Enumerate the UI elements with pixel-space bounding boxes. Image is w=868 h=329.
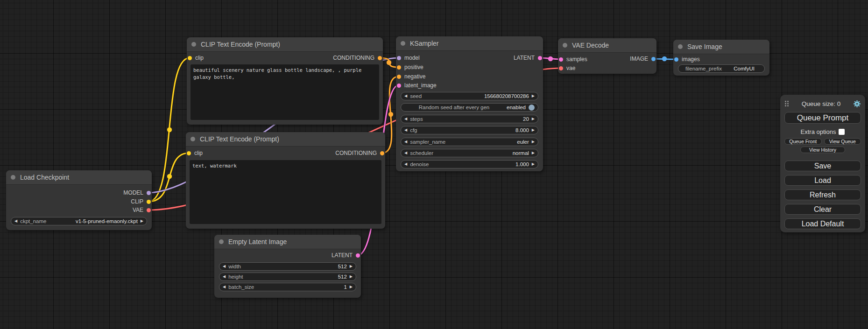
stepper-left-icon[interactable]: ◀ — [404, 149, 407, 157]
widget-batch_size[interactable]: ◀batch_size1▶ — [219, 283, 356, 291]
input-port-vae[interactable]: vae — [558, 64, 575, 72]
toggle-icon[interactable] — [529, 105, 535, 111]
input-port-clip[interactable]: clip — [187, 54, 204, 62]
prompt-textarea[interactable]: text, watermark — [190, 160, 381, 224]
node-title[interactable]: Empty Latent Image — [214, 235, 361, 249]
input-dot-images[interactable] — [674, 57, 678, 62]
load-button[interactable]: Load — [784, 175, 861, 186]
widget-denoise[interactable]: ◀denoise1.000▶ — [401, 160, 538, 168]
input-port-images[interactable]: images — [673, 55, 700, 63]
stepper-left-icon[interactable]: ◀ — [404, 92, 407, 100]
node-ksampler[interactable]: KSamplermodelpositivenegativelatent_imag… — [396, 36, 543, 171]
output-port-LATENT[interactable]: LATENT — [332, 251, 361, 259]
node-graph-canvas[interactable]: Load CheckpointMODELCLIPVAE◀ckpt_namev1-… — [0, 0, 868, 329]
widget-steps[interactable]: ◀steps20▶ — [401, 115, 538, 123]
output-port-LATENT[interactable]: LATENT — [514, 54, 543, 62]
gear-icon[interactable] — [853, 100, 861, 108]
input-dot-clip[interactable] — [188, 56, 192, 60]
stepper-right-icon[interactable]: ▶ — [350, 273, 353, 281]
collapse-dot-icon[interactable] — [219, 239, 224, 244]
output-dot-CLIP[interactable] — [147, 200, 151, 204]
collapse-dot-icon[interactable] — [401, 41, 405, 46]
view-queue-button[interactable]: View Queue — [824, 138, 861, 145]
input-dot-clip[interactable] — [187, 151, 191, 155]
stepper-left-icon[interactable]: ◀ — [223, 273, 226, 281]
output-dot-MODEL[interactable] — [147, 191, 151, 195]
output-port-VAE[interactable]: VAE — [133, 206, 152, 214]
prompt-textarea[interactable]: beautiful scenery nature glass bottle la… — [191, 64, 379, 120]
input-port-model[interactable]: model — [396, 54, 420, 62]
stepper-left-icon[interactable]: ◀ — [404, 126, 407, 134]
drag-handle-icon[interactable] — [784, 100, 789, 107]
input-port-samples[interactable]: samples — [558, 55, 587, 63]
widget-Random seed after every gen[interactable]: Random seed after every genenabled — [401, 103, 538, 112]
input-port-positive[interactable]: positive — [396, 63, 423, 71]
node-save_image[interactable]: Save Imageimagesfilename_prefixComfyUI — [673, 40, 769, 76]
output-dot-CONDITIONING[interactable] — [378, 56, 382, 60]
widget-width[interactable]: ◀width512▶ — [219, 262, 356, 271]
load-default-button[interactable]: Load Default — [784, 218, 861, 229]
output-port-MODEL[interactable]: MODEL — [123, 189, 152, 197]
widget-seed[interactable]: ◀seed156680208700286▶ — [401, 92, 538, 100]
input-dot-samples[interactable] — [559, 57, 563, 62]
input-dot-negative[interactable] — [397, 75, 401, 79]
refresh-button[interactable]: Refresh — [784, 189, 861, 200]
save-button[interactable]: Save — [784, 161, 861, 171]
collapse-dot-icon[interactable] — [191, 137, 195, 141]
link-midpoint-dot[interactable] — [167, 174, 172, 179]
node-title[interactable]: KSampler — [396, 36, 543, 51]
node-title[interactable]: Save Image — [673, 40, 769, 54]
output-port-IMAGE[interactable]: IMAGE — [630, 55, 656, 63]
stepper-right-icon[interactable]: ▶ — [532, 115, 535, 123]
output-dot-IMAGE[interactable] — [651, 57, 656, 61]
link-midpoint-dot[interactable] — [387, 60, 391, 65]
node-clip1[interactable]: CLIP Text Encode (Prompt)clipCONDITIONIN… — [187, 37, 383, 125]
widget-cfg[interactable]: ◀cfg8.000▶ — [401, 126, 538, 134]
output-dot-LATENT[interactable] — [356, 253, 360, 258]
node-title[interactable]: CLIP Text Encode (Prompt) — [187, 37, 383, 52]
extra-options-checkbox[interactable] — [839, 129, 845, 135]
input-dot-positive[interactable] — [397, 65, 401, 70]
stepper-right-icon[interactable]: ▶ — [350, 262, 353, 271]
link-midpoint-dot[interactable] — [388, 112, 393, 117]
node-title[interactable]: Load Checkpoint — [6, 170, 152, 185]
input-port-latent_image[interactable]: latent_image — [396, 81, 437, 90]
widget-height[interactable]: ◀height512▶ — [219, 273, 356, 281]
collapse-dot-icon[interactable] — [11, 175, 15, 180]
node-title[interactable]: CLIP Text Encode (Prompt) — [186, 132, 385, 147]
output-dot-LATENT[interactable] — [538, 56, 542, 60]
link-midpoint-dot[interactable] — [548, 56, 553, 61]
stepper-right-icon[interactable]: ▶ — [532, 92, 535, 100]
output-port-CONDITIONING[interactable]: CONDITIONING — [335, 149, 385, 157]
node-title[interactable]: VAE Decode — [558, 38, 656, 53]
queue-front-button[interactable]: Queue Front — [784, 138, 822, 145]
input-port-negative[interactable]: negative — [396, 72, 425, 81]
collapse-dot-icon[interactable] — [191, 42, 196, 47]
input-dot-vae[interactable] — [559, 66, 563, 70]
stepper-right-icon[interactable]: ▶ — [532, 138, 535, 146]
output-dot-CONDITIONING[interactable] — [380, 151, 384, 155]
widget-ckpt_name[interactable]: ◀ckpt_namev1-5-pruned-emaonly.ckpt▶ — [11, 217, 147, 225]
collapse-dot-icon[interactable] — [563, 43, 567, 48]
stepper-left-icon[interactable]: ◀ — [223, 262, 226, 271]
output-dot-VAE[interactable] — [147, 208, 151, 212]
input-dot-model[interactable] — [397, 56, 401, 60]
stepper-left-icon[interactable]: ◀ — [223, 283, 226, 291]
node-vae_decode[interactable]: VAE DecodesamplesvaeIMAGE — [558, 38, 656, 74]
widget-scheduler[interactable]: ◀schedulernormal▶ — [401, 149, 538, 157]
widget-sampler_name[interactable]: ◀sampler_nameeuler▶ — [401, 138, 538, 146]
stepper-left-icon[interactable]: ◀ — [404, 160, 407, 168]
stepper-left-icon[interactable]: ◀ — [14, 217, 17, 225]
input-dot-latent_image[interactable] — [397, 84, 401, 88]
collapse-dot-icon[interactable] — [678, 44, 683, 49]
clear-button[interactable]: Clear — [784, 204, 861, 215]
node-load_checkpoint[interactable]: Load CheckpointMODELCLIPVAE◀ckpt_namev1-… — [6, 170, 152, 230]
stepper-right-icon[interactable]: ▶ — [350, 283, 353, 291]
stepper-right-icon[interactable]: ▶ — [532, 160, 535, 168]
input-port-clip[interactable]: clip — [186, 149, 203, 157]
view-history-button[interactable]: View History — [800, 147, 845, 153]
queue-prompt-button[interactable]: Queue Prompt — [784, 112, 861, 124]
output-port-CLIP[interactable]: CLIP — [131, 197, 152, 206]
link-midpoint-dot[interactable] — [167, 127, 172, 132]
stepper-right-icon[interactable]: ▶ — [141, 217, 143, 225]
